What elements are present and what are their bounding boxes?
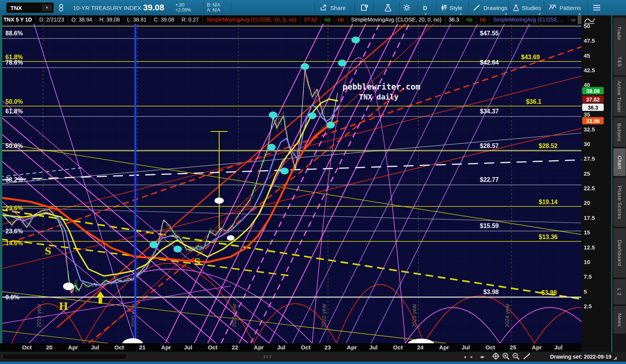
- chart-text: $43.69: [521, 54, 540, 60]
- x-tick-21: 21: [139, 344, 146, 351]
- x-tick-Jul: Jul: [91, 344, 99, 351]
- flask-icon: [513, 4, 519, 12]
- signal-marker: [326, 121, 335, 128]
- drawings-button[interactable]: Drawings: [473, 0, 508, 15]
- chart-text: 70.7%: [5, 24, 23, 25]
- chart-text: 88.6%: [5, 30, 23, 37]
- top-toolbar: TNX ▼ 10-YR TREASURY INDEX 39.08 +.80+2.…: [0, 0, 626, 15]
- moving-average: [3, 105, 338, 285]
- zoom-out-icon[interactable]: [512, 352, 520, 362]
- chart-text: $19.14: [539, 199, 558, 205]
- bid-ask: B: N/AA: N/A: [207, 0, 220, 15]
- signal-marker: [280, 168, 289, 175]
- chart-text: S: [45, 246, 51, 257]
- y-tick-7.5: 7.5: [584, 273, 592, 280]
- x-tick-Apr: Apr: [532, 344, 542, 351]
- trend-line: [165, 24, 328, 343]
- sidebar-tab-news[interactable]: News: [613, 306, 626, 334]
- symbol-dropdown-caret[interactable]: ▼: [42, 4, 52, 11]
- chart-text: pebblewriter.com: [343, 82, 420, 91]
- signal-marker: [351, 37, 360, 43]
- price-axis[interactable]: 5047.54542.5403532.53027.52522.52017.515…: [581, 15, 611, 352]
- study-label-1[interactable]: SimpleMovingAvg (CLOSE, 20, 0, no): [348, 15, 445, 24]
- sidebar-tab-buttons[interactable]: Buttons: [613, 118, 626, 147]
- trend-line: [92, 24, 443, 343]
- scroll-right-icon[interactable]: ▸: [471, 354, 473, 359]
- x-tick-Oct: Oct: [208, 344, 217, 351]
- ohlc-bar-end-cap: [578, 15, 581, 24]
- horizontal-scrollbar[interactable]: [2, 354, 127, 359]
- price-bubble-37.62: 37.62: [582, 96, 604, 103]
- sidebar-tab-active-trader[interactable]: Active Trader: [613, 77, 626, 116]
- ohlc-low: L: 38.81: [123, 15, 150, 24]
- y-tick-20: 20: [584, 199, 590, 206]
- chart-text: 50.0%: [5, 98, 23, 105]
- y-tick-42.5: 42.5: [584, 67, 595, 73]
- fast-scroll-icon[interactable]: ◂▸: [480, 354, 484, 359]
- price-chart[interactable]: 2019 year2020 year2021 year2022 year2023…: [2, 24, 581, 343]
- instrument-description: 10-YR TREASURY INDEX: [73, 0, 142, 15]
- chart-menu-button[interactable]: [593, 0, 601, 15]
- aggregation-button[interactable]: D: [423, 0, 427, 15]
- note-info-icon: i: [361, 4, 368, 12]
- settings-button[interactable]: [403, 0, 411, 15]
- x-tick-Apr: Apr: [347, 344, 357, 351]
- drawing-set-label[interactable]: Drawing set: 2022-09-19: [550, 354, 611, 360]
- moving-average: [3, 121, 338, 262]
- sidebar-tab-dashboard[interactable]: Dashboard: [613, 228, 626, 278]
- study-value-0[interactable]: 37.62: [300, 15, 321, 24]
- chart-text: $28.57: [480, 143, 499, 149]
- sidebar-tab-l-2[interactable]: L 2: [613, 279, 626, 304]
- pane-grip-handle[interactable]: ❙❙❙: [263, 355, 270, 358]
- study-curve-icon[interactable]: [571, 16, 576, 23]
- cycle-arc: [405, 307, 500, 343]
- symbol-input[interactable]: TNX ▼: [6, 2, 54, 13]
- price-bubble-39.08: 39.08: [582, 87, 604, 95]
- zoom-in-icon[interactable]: [502, 352, 510, 362]
- signal-marker: [301, 63, 309, 70]
- scroll-left-icon[interactable]: ◂: [464, 354, 466, 359]
- crosshair-reset-icon[interactable]: [492, 352, 499, 361]
- resize-corner-icon[interactable]: [613, 356, 617, 360]
- chart-text: $28.52: [539, 143, 558, 149]
- highlight-ellipse: [215, 198, 224, 204]
- chart-text: S: [194, 256, 200, 268]
- x-tick-23: 23: [325, 344, 331, 351]
- signal-marker: [267, 144, 276, 151]
- study-value-1[interactable]: 36.3: [445, 15, 463, 24]
- study-label-0[interactable]: SimpleMovingAvg (CLOSE, 10, 0, no): [203, 15, 300, 24]
- last-price: 39.08: [143, 0, 164, 15]
- study-label-2[interactable]: SimpleMovingAvg (CLOSE,…: [489, 15, 568, 24]
- ohlc-close: C: 39.08: [150, 15, 178, 24]
- chart-text: $15.59: [480, 223, 499, 229]
- cycle-arc: [534, 307, 581, 343]
- x-tick-Apr: Apr: [254, 344, 264, 351]
- sidebar-tab-chart[interactable]: Chart: [613, 148, 626, 176]
- drawing-tool-icon[interactable]: [523, 353, 531, 361]
- studies-button[interactable]: Studies: [513, 0, 541, 15]
- link-button[interactable]: [58, 0, 65, 15]
- sidebar-tab-phase-scores[interactable]: Phase Scores: [613, 178, 626, 227]
- x-tick-Jul: Jul: [461, 344, 470, 351]
- ohlc-high: H: 39.08: [96, 15, 124, 24]
- sidebar-tab-t-s[interactable]: T&S: [613, 48, 626, 75]
- analyze-button[interactable]: [385, 0, 391, 15]
- x-tick-Jul: Jul: [184, 344, 192, 351]
- patterns-button[interactable]: Patterns: [548, 0, 581, 15]
- price-change: +.80+2.09%: [175, 0, 191, 15]
- highlight-ellipse: [63, 283, 74, 290]
- sidebar-tab-trade[interactable]: Trade: [613, 18, 626, 48]
- x-tick-Jul: Jul: [277, 344, 285, 351]
- chart-text: 2024 year: [504, 303, 510, 327]
- y-tick-32.5: 32.5: [584, 126, 595, 133]
- chart-text: $36.1: [526, 98, 541, 105]
- trend-line: [194, 24, 357, 343]
- notes-button[interactable]: i: [361, 0, 368, 15]
- share-button[interactable]: Share: [320, 0, 346, 15]
- chart-text: 61.8%: [5, 108, 23, 115]
- chart-text: 50.0%: [5, 143, 23, 149]
- style-button[interactable]: Style: [441, 0, 462, 15]
- chart-plot-svg[interactable]: 2019 year2020 year2021 year2022 year2023…: [2, 24, 581, 343]
- time-axis[interactable]: Oct20AprJulOct21AprJulOct22AprJulOct23Ap…: [0, 343, 581, 352]
- x-tick-24: 24: [417, 344, 424, 351]
